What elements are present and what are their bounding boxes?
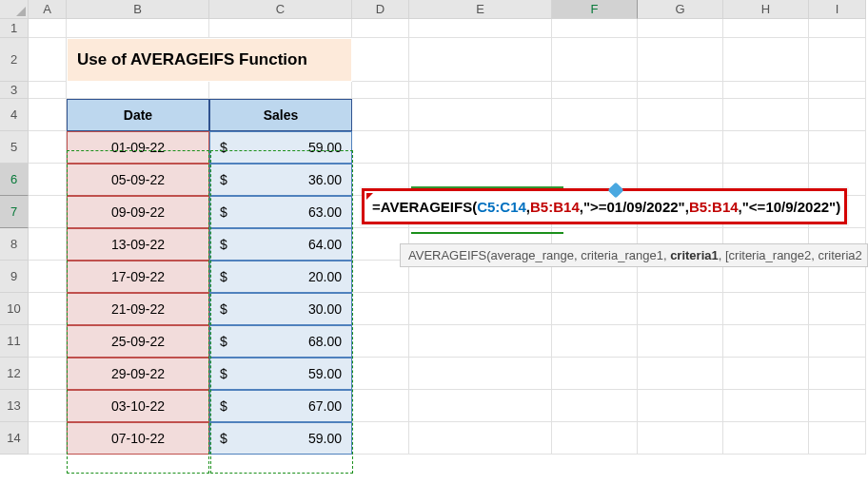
cell-B9[interactable]: 17-09-22 [67,261,209,293]
cell-G14[interactable] [638,422,723,455]
cell-E3[interactable] [409,82,552,99]
cell-I5[interactable] [809,131,866,164]
cell-G10[interactable] [638,293,723,325]
cell-D5[interactable] [352,131,409,164]
cell-I2[interactable] [809,38,866,82]
row-header-4[interactable]: 4 [0,99,29,131]
cell-B12[interactable]: 29-09-22 [67,358,209,390]
cell-I3[interactable] [809,82,866,99]
cell-A3[interactable] [29,82,67,99]
cell-G12[interactable] [638,358,723,390]
row-header-10[interactable]: 10 [0,293,29,325]
select-all-corner[interactable] [0,0,29,19]
cell-A9[interactable] [29,261,67,293]
cell-F12[interactable] [552,358,638,390]
cell-D14[interactable] [352,422,409,455]
cell-C3[interactable] [209,82,352,99]
row-header-5[interactable]: 5 [0,131,29,164]
cell-I4[interactable] [809,99,866,131]
cell-F10[interactable] [552,293,638,325]
cell-A7[interactable] [29,196,67,228]
cell-F3[interactable] [552,82,638,99]
cell-I1[interactable] [809,19,866,38]
cell-F11[interactable] [552,325,638,358]
cell-I13[interactable] [809,390,866,422]
cell-E11[interactable] [409,325,552,358]
cell-D3[interactable] [352,82,409,99]
row-header-6[interactable]: 6 [0,164,29,196]
cell-E13[interactable] [409,390,552,422]
cell-I12[interactable] [809,358,866,390]
cell-F1[interactable] [552,19,638,38]
row-header-7[interactable]: 7 [0,196,29,228]
cell-B8[interactable]: 13-09-22 [67,228,209,261]
cell-B7[interactable]: 09-09-22 [67,196,209,228]
spreadsheet-grid[interactable]: ABCDEFGHI12Use of AVERAGEIFS Function34D… [0,0,868,455]
col-header-d[interactable]: D [352,0,409,19]
cell-H3[interactable] [723,82,809,99]
cell-A1[interactable] [29,19,67,38]
col-header-h[interactable]: H [723,0,809,19]
cell-G1[interactable] [638,19,723,38]
row-header-8[interactable]: 8 [0,228,29,261]
cell-G3[interactable] [638,82,723,99]
cell-I14[interactable] [809,422,866,455]
cell-E5[interactable] [409,131,552,164]
cell-C5[interactable]: $59.00 [209,131,352,164]
cell-C14[interactable]: $59.00 [209,422,352,455]
function-tooltip[interactable]: AVERAGEIFS(average_range, criteria_range… [400,243,868,267]
cell-G11[interactable] [638,325,723,358]
formula-edit-overlay[interactable]: = AVERAGEIFS ( C5:C14 , B5:B14 , ">=01/0… [362,188,847,224]
cell-C11[interactable]: $68.00 [209,325,352,358]
cell-B2[interactable]: Use of AVERAGEIFS Function [67,38,352,82]
cell-E1[interactable] [409,19,552,38]
cell-C7[interactable]: $63.00 [209,196,352,228]
cell-H5[interactable] [723,131,809,164]
cell-F2[interactable] [552,38,638,82]
cell-I11[interactable] [809,325,866,358]
cell-B10[interactable]: 21-09-22 [67,293,209,325]
cell-E12[interactable] [409,358,552,390]
col-header-b[interactable]: B [67,0,209,19]
cell-I10[interactable] [809,293,866,325]
cell-G4[interactable] [638,99,723,131]
cell-C8[interactable]: $64.00 [209,228,352,261]
cell-H12[interactable] [723,358,809,390]
cell-A14[interactable] [29,422,67,455]
cell-A2[interactable] [29,38,67,82]
cell-A5[interactable] [29,131,67,164]
cell-F14[interactable] [552,422,638,455]
cell-A13[interactable] [29,390,67,422]
cell-D13[interactable] [352,390,409,422]
cell-H1[interactable] [723,19,809,38]
cell-C10[interactable]: $30.00 [209,293,352,325]
cell-B13[interactable]: 03-10-22 [67,390,209,422]
cell-B11[interactable]: 25-09-22 [67,325,209,358]
row-header-12[interactable]: 12 [0,358,29,390]
row-header-9[interactable]: 9 [0,261,29,293]
cell-C4[interactable]: Sales [209,99,352,131]
col-header-e[interactable]: E [409,0,552,19]
row-header-11[interactable]: 11 [0,325,29,358]
cell-C9[interactable]: $20.00 [209,261,352,293]
cell-B1[interactable] [67,19,209,38]
cell-B14[interactable]: 07-10-22 [67,422,209,455]
cell-D12[interactable] [352,358,409,390]
cell-B5[interactable]: 01-09-22 [67,131,209,164]
col-header-c[interactable]: C [209,0,352,19]
col-header-a[interactable]: A [29,0,67,19]
cell-F4[interactable] [552,99,638,131]
cell-B6[interactable]: 05-09-22 [67,164,209,196]
row-header-14[interactable]: 14 [0,422,29,455]
cell-C13[interactable]: $67.00 [209,390,352,422]
cell-D2[interactable] [352,38,409,82]
cell-E4[interactable] [409,99,552,131]
cell-B4[interactable]: Date [67,99,209,131]
cell-H4[interactable] [723,99,809,131]
row-header-13[interactable]: 13 [0,390,29,422]
cell-A12[interactable] [29,358,67,390]
cell-D1[interactable] [352,19,409,38]
cell-E2[interactable] [409,38,552,82]
row-header-3[interactable]: 3 [0,82,29,99]
cell-A8[interactable] [29,228,67,261]
